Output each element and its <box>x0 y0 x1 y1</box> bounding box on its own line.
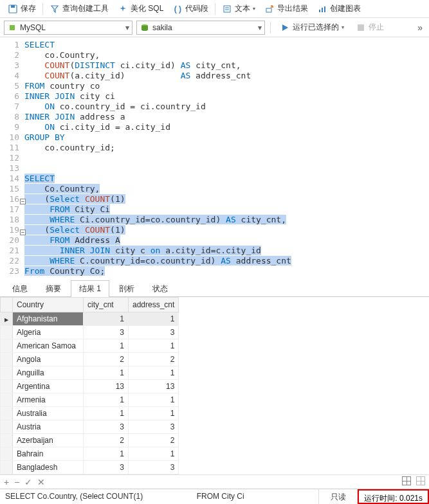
table-row[interactable]: Afghanistan11 <box>1 312 179 326</box>
tab-1[interactable]: 摘要 <box>37 280 69 297</box>
table-row[interactable]: Bangladesh33 <box>1 461 179 474</box>
col-header[interactable]: address_cnt <box>129 298 179 312</box>
table-row[interactable]: Armenia11 <box>1 393 179 407</box>
chevron-down-icon: ▾ <box>342 24 344 30</box>
svg-rect-2 <box>224 6 230 12</box>
create-chart-button[interactable]: 创建图表 <box>313 2 365 15</box>
delete-row-button[interactable]: − <box>14 477 19 487</box>
status-sql: SELECT Co.Country, (Select COUNT(1) FROM… <box>0 489 319 504</box>
result-tabs: 信息摘要结果 1剖析状态 <box>0 280 429 297</box>
svg-rect-7 <box>322 8 323 12</box>
main-toolbar: 保存 查询创建工具 美化 SQL ( ) 代码段 文本 ▾ 导出结果 创建图表 <box>0 0 429 18</box>
sparkle-icon <box>118 4 128 14</box>
export-result-button[interactable]: 导出结果 <box>260 2 312 15</box>
sql-editor[interactable]: 12345678910111213141516−171819−20212223 … <box>0 37 429 280</box>
text-button[interactable]: 文本 ▾ <box>218 2 259 15</box>
status-bar: SELECT Co.Country, (Select COUNT(1) FROM… <box>0 489 429 504</box>
svg-rect-8 <box>324 6 325 12</box>
table-row[interactable]: Argentina1313 <box>1 380 179 393</box>
run-selected-button[interactable]: 运行已选择的 ▾ <box>276 21 348 34</box>
chevron-down-icon: ▾ <box>125 23 129 32</box>
export-icon <box>264 4 275 14</box>
col-header[interactable]: Country <box>13 298 84 312</box>
plug-icon <box>7 22 17 33</box>
table-row[interactable]: Anguilla11 <box>1 366 179 380</box>
chart-icon <box>317 4 327 14</box>
grid-control-bar: + − ✓ ✕ <box>0 474 429 489</box>
table-row[interactable]: Bahrain11 <box>1 447 179 461</box>
table-row[interactable]: Austria33 <box>1 420 179 434</box>
svg-rect-1 <box>11 5 15 8</box>
parens-icon: ( ) <box>172 4 183 14</box>
table-row[interactable]: Azerbaijan22 <box>1 434 179 447</box>
cancel-button[interactable]: ✕ <box>37 477 45 487</box>
apply-button[interactable]: ✓ <box>24 477 32 487</box>
query-builder-button[interactable]: 查询创建工具 <box>46 2 113 15</box>
svg-rect-9 <box>10 25 15 30</box>
play-icon <box>280 22 290 33</box>
tab-0[interactable]: 信息 <box>4 280 36 297</box>
result-grid[interactable]: Countrycity_cntaddress_cntAfghanistan11A… <box>0 297 429 474</box>
code-area[interactable]: SELECT co.Country, COUNT(DISTINCT ci.cit… <box>24 40 429 276</box>
table-row[interactable]: Angola22 <box>1 353 179 366</box>
svg-rect-6 <box>319 10 320 12</box>
fold-toggle[interactable]: − <box>20 199 26 204</box>
stop-icon <box>356 22 366 33</box>
tab-4[interactable]: 状态 <box>144 280 176 297</box>
line-gutter: 12345678910111213141516−171819−20212223 <box>0 40 24 276</box>
beautify-sql-button[interactable]: 美化 SQL <box>114 2 167 15</box>
status-readonly: 只读 <box>319 489 358 504</box>
connection-row: MySQL ▾ sakila ▾ 运行已选择的 ▾ 停止 » <box>0 18 429 37</box>
svg-rect-5 <box>266 8 271 12</box>
table-row[interactable]: Algeria33 <box>1 326 179 339</box>
add-row-button[interactable]: + <box>4 477 9 487</box>
code-snippet-button[interactable]: ( ) 代码段 <box>169 2 212 15</box>
grid-view-icon[interactable] <box>402 476 411 487</box>
status-runtime: 运行时间: 0.021s <box>358 489 429 504</box>
fold-toggle[interactable]: − <box>20 230 26 235</box>
col-header[interactable]: city_cnt <box>84 298 129 312</box>
connection-dropdown[interactable]: MySQL ▾ <box>4 21 132 35</box>
form-view-icon[interactable] <box>416 476 425 487</box>
stop-button: 停止 <box>352 21 388 34</box>
filter-icon <box>50 4 60 14</box>
chevron-down-icon: ▾ <box>258 23 262 32</box>
svg-point-12 <box>141 28 148 31</box>
tab-3[interactable]: 剖析 <box>111 280 143 297</box>
table-row[interactable]: Australia11 <box>1 407 179 420</box>
save-button[interactable]: 保存 <box>4 2 40 15</box>
database-icon <box>140 22 150 33</box>
tab-2[interactable]: 结果 1 <box>71 280 109 297</box>
text-icon <box>222 4 232 14</box>
svg-rect-13 <box>358 24 364 31</box>
save-icon <box>8 4 18 14</box>
chevron-down-icon: ▾ <box>253 6 255 12</box>
database-dropdown[interactable]: sakila ▾ <box>136 21 265 35</box>
table-row[interactable]: American Samoa11 <box>1 339 179 353</box>
more-icon[interactable]: » <box>417 22 425 33</box>
